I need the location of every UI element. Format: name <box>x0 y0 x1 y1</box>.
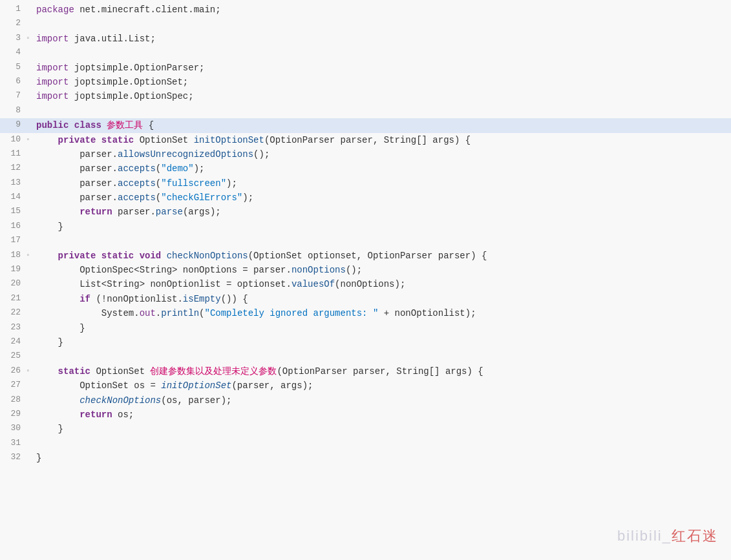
code-line: 9public class 参数工具 { <box>0 118 731 132</box>
token-plain: (os, parser); <box>161 395 231 406</box>
token-chinese: 创建参数集以及处理未定义参数 <box>150 366 277 377</box>
code-content: } <box>32 335 731 349</box>
line-number: 5 <box>0 61 26 75</box>
token-plain: (); <box>253 149 270 160</box>
token-plain: (OptionSet optionset, OptionParser parse… <box>248 251 487 261</box>
line-number: 22 <box>0 306 26 320</box>
token-plain: } <box>36 424 63 434</box>
line-number: 4 <box>0 46 26 60</box>
code-content: private static OptionSet initOptionSet(O… <box>32 133 731 147</box>
token-method: initOptionSet <box>194 135 264 145</box>
token-plain: (args); <box>183 207 221 217</box>
token-str: "checkGlErrors" <box>161 192 242 203</box>
token-plain: { <box>143 120 154 130</box>
line-marker <box>26 104 32 118</box>
line-number: 20 <box>0 277 26 291</box>
token-plain: OptionSet os = <box>36 380 161 391</box>
line-number: 32 <box>0 451 26 465</box>
code-content <box>32 234 731 248</box>
token-plain: OptionSet <box>134 135 193 145</box>
token-plain: parser. <box>36 149 118 160</box>
code-line: 10◦ private static OptionSet initOptionS… <box>0 133 731 147</box>
token-method: accepts <box>118 178 156 189</box>
token-kw: void <box>140 251 162 261</box>
code-content: OptionSpec<String> nonOptions = parser.n… <box>32 263 731 277</box>
token-kw: static <box>101 251 134 261</box>
line-number: 6 <box>0 75 26 89</box>
line-marker <box>26 161 32 176</box>
code-content: } <box>32 220 731 234</box>
line-marker <box>26 277 32 291</box>
token-plain: ( <box>156 192 161 203</box>
line-marker <box>26 89 32 103</box>
token-plain: java.util.List; <box>69 34 155 44</box>
code-content <box>32 104 731 118</box>
code-line: 1package net.minecraft.client.main; <box>0 3 731 17</box>
token-method: isEmpty <box>183 294 221 304</box>
code-content: import joptsimple.OptionSpec; <box>32 89 731 103</box>
token-method: accepts <box>118 163 156 174</box>
line-marker <box>26 263 32 277</box>
line-marker <box>26 191 32 205</box>
token-plain <box>96 251 101 261</box>
token-plain: ( <box>156 163 161 174</box>
line-marker <box>26 451 32 465</box>
code-content: } <box>32 422 731 436</box>
token-plain: ); <box>242 192 253 203</box>
line-number: 7 <box>0 89 26 103</box>
code-line: 16 } <box>0 220 731 234</box>
code-line: 28 checkNonOptions(os, parser); <box>0 393 731 408</box>
token-plain: List<String> nonOptionlist = optionset. <box>36 279 291 289</box>
code-line: 7import joptsimple.OptionSpec; <box>0 89 731 103</box>
line-marker: ◦ <box>26 133 32 147</box>
token-str: "demo" <box>161 163 193 174</box>
line-marker <box>26 335 32 349</box>
line-marker <box>26 220 32 234</box>
token-italic: initOptionSet <box>161 380 231 391</box>
code-content: System.out.println("Completely ignored a… <box>32 306 731 320</box>
code-content: import joptsimple.OptionParser; <box>32 61 731 75</box>
token-plain <box>161 251 166 261</box>
code-line: 20 List<String> nonOptionlist = optionse… <box>0 277 731 291</box>
token-plain: ()) { <box>221 294 248 304</box>
line-marker <box>26 75 32 89</box>
line-marker: ◦ <box>26 249 32 263</box>
code-content: private static void checkNonOptions(Opti… <box>32 249 731 263</box>
line-number: 14 <box>0 191 26 205</box>
line-number: 17 <box>0 234 26 248</box>
token-kw: private <box>58 135 96 145</box>
code-line: 25 <box>0 349 731 364</box>
token-plain: (parser, args); <box>231 380 313 391</box>
code-content: parser.accepts("demo"); <box>32 161 731 176</box>
token-method: nonOptions <box>291 265 346 275</box>
token-method: allowsUnrecognizedOptions <box>118 149 253 160</box>
token-plain: } <box>36 222 63 232</box>
code-content: } <box>32 451 731 465</box>
line-number: 13 <box>0 176 26 191</box>
code-line: 27 OptionSet os = initOptionSet(parser, … <box>0 379 731 393</box>
token-plain <box>96 135 101 145</box>
token-kw: return <box>79 207 112 217</box>
token-plain: parser. <box>36 192 118 203</box>
token-plain: parser. <box>36 163 118 174</box>
code-line: 12 parser.accepts("demo"); <box>0 161 731 176</box>
token-method: valuesOf <box>291 279 335 289</box>
code-line: 14 parser.accepts("checkGlErrors"); <box>0 191 731 205</box>
line-number: 3 <box>0 32 26 46</box>
token-str: "Completely ignored arguments: " <box>204 308 378 318</box>
line-number: 15 <box>0 205 26 219</box>
code-content <box>32 349 731 364</box>
token-plain <box>36 366 58 377</box>
token-kw: private <box>58 251 96 261</box>
code-content: import java.util.List; <box>32 32 731 46</box>
code-line: 15 return parser.parse(args); <box>0 205 731 219</box>
token-kw2: package <box>36 5 74 15</box>
line-number: 21 <box>0 292 26 306</box>
code-content: checkNonOptions(os, parser); <box>32 393 731 408</box>
token-plain: ); <box>194 163 205 174</box>
token-plain: } <box>36 453 41 463</box>
line-marker <box>26 379 32 393</box>
line-number: 28 <box>0 393 26 408</box>
token-plain: joptsimple.OptionSet; <box>69 77 188 87</box>
code-line: 3◦import java.util.List; <box>0 32 731 46</box>
